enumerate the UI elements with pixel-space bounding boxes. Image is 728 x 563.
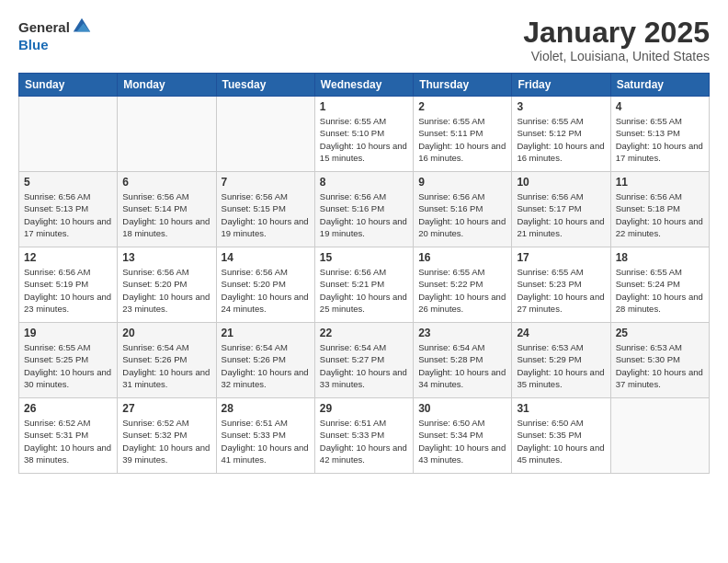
table-row: 26Sunrise: 6:52 AM Sunset: 5:31 PM Dayli…: [19, 398, 118, 474]
day-number: 10: [517, 176, 605, 189]
table-row: 5Sunrise: 6:56 AM Sunset: 5:13 PM Daylig…: [19, 172, 118, 247]
day-number: 7: [222, 176, 310, 189]
day-info: Sunrise: 6:53 AM Sunset: 5:29 PM Dayligh…: [517, 341, 605, 390]
day-info: Sunrise: 6:51 AM Sunset: 5:33 PM Dayligh…: [320, 417, 408, 465]
month-title: January 2025: [523, 17, 710, 49]
day-info: Sunrise: 6:56 AM Sunset: 5:20 PM Dayligh…: [122, 266, 210, 315]
day-info: Sunrise: 6:55 AM Sunset: 5:13 PM Dayligh…: [616, 115, 704, 164]
calendar-week-row: 19Sunrise: 6:55 AM Sunset: 5:25 PM Dayli…: [19, 323, 710, 398]
day-info: Sunrise: 6:55 AM Sunset: 5:11 PM Dayligh…: [418, 115, 506, 164]
day-number: 11: [616, 176, 704, 189]
day-number: 16: [418, 251, 506, 264]
day-number: 24: [517, 327, 605, 339]
table-row: 30Sunrise: 6:50 AM Sunset: 5:34 PM Dayli…: [414, 398, 512, 474]
header-thursday: Thursday: [414, 74, 512, 97]
day-info: Sunrise: 6:55 AM Sunset: 5:24 PM Dayligh…: [616, 266, 704, 315]
day-number: 28: [222, 402, 310, 415]
header: General Blue January 2025 Violet, Louisi…: [18, 17, 710, 63]
day-info: Sunrise: 6:56 AM Sunset: 5:13 PM Dayligh…: [24, 190, 112, 239]
day-info: Sunrise: 6:56 AM Sunset: 5:19 PM Dayligh…: [24, 266, 112, 315]
header-friday: Friday: [512, 74, 610, 97]
table-row: 7Sunrise: 6:56 AM Sunset: 5:15 PM Daylig…: [216, 172, 314, 247]
logo: General Blue: [18, 17, 92, 52]
table-row: 14Sunrise: 6:56 AM Sunset: 5:20 PM Dayli…: [216, 247, 314, 323]
day-info: Sunrise: 6:54 AM Sunset: 5:26 PM Dayligh…: [222, 341, 310, 390]
day-number: 15: [320, 251, 408, 264]
table-row: 16Sunrise: 6:55 AM Sunset: 5:22 PM Dayli…: [414, 247, 512, 323]
header-sunday: Sunday: [19, 74, 118, 97]
day-info: Sunrise: 6:55 AM Sunset: 5:23 PM Dayligh…: [517, 266, 605, 315]
day-info: Sunrise: 6:56 AM Sunset: 5:17 PM Dayligh…: [517, 190, 605, 239]
table-row: 17Sunrise: 6:55 AM Sunset: 5:23 PM Dayli…: [512, 247, 610, 323]
day-number: 22: [320, 327, 408, 339]
table-row: 9Sunrise: 6:56 AM Sunset: 5:16 PM Daylig…: [414, 172, 512, 247]
table-row: 22Sunrise: 6:54 AM Sunset: 5:27 PM Dayli…: [314, 323, 413, 398]
header-saturday: Saturday: [610, 74, 709, 97]
title-block: January 2025 Violet, Louisiana, United S…: [523, 17, 710, 63]
day-number: 4: [616, 100, 704, 113]
day-info: Sunrise: 6:51 AM Sunset: 5:33 PM Dayligh…: [222, 417, 310, 465]
header-tuesday: Tuesday: [216, 74, 314, 97]
day-info: Sunrise: 6:53 AM Sunset: 5:30 PM Dayligh…: [616, 341, 704, 390]
table-row: 18Sunrise: 6:55 AM Sunset: 5:24 PM Dayli…: [610, 247, 709, 323]
table-row: 6Sunrise: 6:56 AM Sunset: 5:14 PM Daylig…: [118, 172, 216, 247]
table-row: 12Sunrise: 6:56 AM Sunset: 5:19 PM Dayli…: [19, 247, 118, 323]
table-row: [216, 97, 314, 172]
day-number: 6: [122, 176, 210, 189]
day-number: 18: [616, 251, 704, 264]
table-row: 15Sunrise: 6:56 AM Sunset: 5:21 PM Dayli…: [314, 247, 413, 323]
day-number: 23: [418, 327, 506, 339]
table-row: 28Sunrise: 6:51 AM Sunset: 5:33 PM Dayli…: [216, 398, 314, 474]
day-info: Sunrise: 6:56 AM Sunset: 5:16 PM Dayligh…: [320, 190, 408, 239]
table-row: 4Sunrise: 6:55 AM Sunset: 5:13 PM Daylig…: [610, 97, 709, 172]
logo-blue-text: Blue: [18, 37, 49, 52]
logo-general-text: General: [18, 19, 70, 35]
day-number: 2: [418, 100, 506, 113]
day-number: 29: [320, 402, 408, 415]
day-number: 13: [122, 251, 210, 264]
calendar-week-row: 12Sunrise: 6:56 AM Sunset: 5:19 PM Dayli…: [19, 247, 710, 323]
calendar-week-row: 5Sunrise: 6:56 AM Sunset: 5:13 PM Daylig…: [19, 172, 710, 247]
table-row: 2Sunrise: 6:55 AM Sunset: 5:11 PM Daylig…: [414, 97, 512, 172]
calendar-week-row: 26Sunrise: 6:52 AM Sunset: 5:31 PM Dayli…: [19, 398, 710, 474]
day-info: Sunrise: 6:55 AM Sunset: 5:10 PM Dayligh…: [320, 115, 408, 164]
table-row: 11Sunrise: 6:56 AM Sunset: 5:18 PM Dayli…: [610, 172, 709, 247]
day-number: 3: [517, 100, 605, 113]
day-number: 17: [517, 251, 605, 264]
day-number: 1: [320, 100, 408, 113]
day-info: Sunrise: 6:56 AM Sunset: 5:15 PM Dayligh…: [222, 190, 310, 239]
day-number: 5: [24, 176, 112, 189]
day-info: Sunrise: 6:54 AM Sunset: 5:26 PM Dayligh…: [122, 341, 210, 390]
calendar: Sunday Monday Tuesday Wednesday Thursday…: [18, 73, 710, 474]
day-info: Sunrise: 6:56 AM Sunset: 5:20 PM Dayligh…: [222, 266, 310, 315]
table-row: 29Sunrise: 6:51 AM Sunset: 5:33 PM Dayli…: [314, 398, 413, 474]
table-row: 23Sunrise: 6:54 AM Sunset: 5:28 PM Dayli…: [414, 323, 512, 398]
location-subtitle: Violet, Louisiana, United States: [523, 49, 710, 63]
day-number: 25: [616, 327, 704, 339]
page: General Blue January 2025 Violet, Louisi…: [0, 0, 728, 487]
day-number: 21: [222, 327, 310, 339]
day-info: Sunrise: 6:56 AM Sunset: 5:18 PM Dayligh…: [616, 190, 704, 239]
table-row: 24Sunrise: 6:53 AM Sunset: 5:29 PM Dayli…: [512, 323, 610, 398]
day-number: 20: [122, 327, 210, 339]
day-number: 19: [24, 327, 112, 339]
day-info: Sunrise: 6:56 AM Sunset: 5:16 PM Dayligh…: [418, 190, 506, 239]
table-row: 21Sunrise: 6:54 AM Sunset: 5:26 PM Dayli…: [216, 323, 314, 398]
table-row: [19, 97, 118, 172]
table-row: 20Sunrise: 6:54 AM Sunset: 5:26 PM Dayli…: [118, 323, 216, 398]
day-number: 9: [418, 176, 506, 189]
calendar-header-row: Sunday Monday Tuesday Wednesday Thursday…: [19, 74, 710, 97]
day-info: Sunrise: 6:52 AM Sunset: 5:31 PM Dayligh…: [24, 417, 112, 465]
day-number: 26: [24, 402, 112, 415]
day-number: 31: [517, 402, 605, 415]
logo-icon: [72, 17, 92, 37]
day-info: Sunrise: 6:50 AM Sunset: 5:34 PM Dayligh…: [418, 417, 506, 465]
table-row: 25Sunrise: 6:53 AM Sunset: 5:30 PM Dayli…: [610, 323, 709, 398]
table-row: 31Sunrise: 6:50 AM Sunset: 5:35 PM Dayli…: [512, 398, 610, 474]
day-info: Sunrise: 6:56 AM Sunset: 5:21 PM Dayligh…: [320, 266, 408, 315]
table-row: 10Sunrise: 6:56 AM Sunset: 5:17 PM Dayli…: [512, 172, 610, 247]
calendar-week-row: 1Sunrise: 6:55 AM Sunset: 5:10 PM Daylig…: [19, 97, 710, 172]
day-info: Sunrise: 6:56 AM Sunset: 5:14 PM Dayligh…: [122, 190, 210, 239]
day-number: 14: [222, 251, 310, 264]
day-info: Sunrise: 6:50 AM Sunset: 5:35 PM Dayligh…: [517, 417, 605, 465]
